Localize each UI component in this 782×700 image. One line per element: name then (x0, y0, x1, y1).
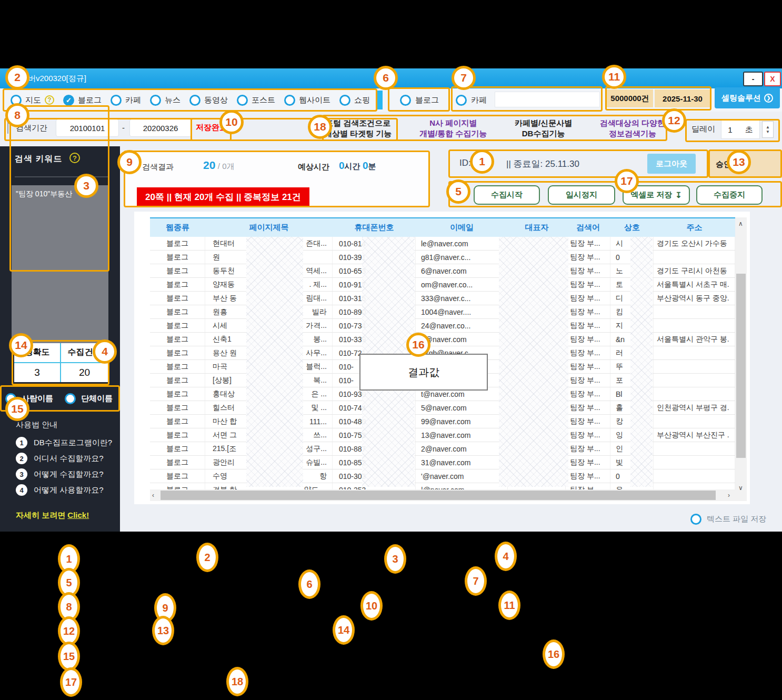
pause-button[interactable]: 일시정지 (548, 185, 615, 205)
cell-keyword: 팀장 부... (566, 469, 610, 483)
end-date-text: || 종료일: 25.11.30 (506, 158, 579, 170)
guide-item[interactable]: 4어떻게 사용할까요? (16, 484, 104, 496)
eta-hours-unit: 시간 (345, 162, 360, 171)
guide-item-label: DB수집프로그램이란? (34, 438, 112, 448)
column-header-페이지제목[interactable]: 페이지제목 (205, 218, 333, 237)
scroll-left-icon[interactable]: ‹ (152, 492, 154, 498)
cafe-secondary-label: 카페 (471, 95, 487, 105)
nav-item-카페[interactable]: 카페 (111, 95, 141, 106)
guide-number-icon: 4 (16, 484, 27, 496)
title-fragment-left: 215.[조 (213, 444, 236, 454)
scroll-down-icon[interactable]: ∨ (738, 485, 743, 491)
radio-icon[interactable] (111, 95, 122, 106)
horizontal-scroll-thumb[interactable] (161, 491, 716, 500)
column-header-상호[interactable]: 상호 (610, 218, 654, 237)
cell-webtype: 블로그 (150, 292, 205, 305)
title-fragment-left: 부산 동 (213, 294, 237, 303)
close-button[interactable]: X (764, 72, 781, 86)
vertical-scrollbar[interactable]: ∧ ∨ (735, 217, 747, 501)
start-collect-button[interactable]: 수집시작 (474, 185, 540, 205)
expiry-date-badge: 2025-11-30 (655, 89, 710, 107)
nav-item-뉴스[interactable]: 뉴스 (150, 95, 181, 106)
guide-item[interactable]: 1DB수집프로그램이란? (16, 437, 112, 448)
column-header-주소[interactable]: 주소 (654, 218, 735, 237)
title-fragment-right: 및 ... (311, 403, 327, 413)
column-header-대표자[interactable]: 대표자 (508, 218, 566, 237)
blog-secondary-radio[interactable]: 블로그 (400, 88, 439, 112)
date-to-input[interactable]: 20200326 (129, 119, 192, 137)
guide-item[interactable]: 2어디서 수집할까요? (16, 453, 104, 464)
nav-item-label: 뉴스 (165, 95, 181, 105)
cell-email: 24@naver.co... (416, 319, 508, 332)
legend-callout-16: 16 (543, 639, 565, 669)
column-header-검색어[interactable]: 검색어 (566, 218, 610, 237)
callout-6: 6 (374, 66, 398, 90)
text-file-save-option[interactable]: 텍스트 파일 저장 (690, 514, 766, 525)
cell-webtype: 블로그 (150, 278, 205, 291)
blog-secondary-label: 블로그 (415, 95, 439, 105)
radio-icon[interactable] (237, 95, 248, 106)
callout-10: 10 (219, 110, 244, 134)
horizontal-scrollbar[interactable]: ‹ › (150, 489, 735, 501)
legend-callout-18: 18 (226, 667, 248, 696)
cell-webtype: 블로그 (150, 305, 205, 318)
radio-icon[interactable] (456, 95, 467, 106)
nav-item-label: 카페 (125, 95, 141, 105)
callout-4: 4 (93, 339, 117, 364)
radio-icon[interactable] (284, 95, 295, 106)
cell-webtype: 블로그 (150, 428, 205, 442)
delay-input[interactable]: 1 초 (721, 120, 760, 139)
column-header-휴대폰번호[interactable]: 휴대폰번호 (333, 218, 416, 237)
cell-webtype: 블로그 (150, 456, 205, 469)
nav-item-포스트[interactable]: 포스트 (237, 95, 275, 106)
logout-button[interactable]: 로그아웃 (647, 154, 696, 174)
cell-keyword: 팀장 부... (566, 442, 610, 455)
vertical-scroll-thumb[interactable] (736, 274, 746, 458)
app-window: 디버v200320[정규] - X 지도?✓블로그카페뉴스동영상포스트웹사이트쇼… (0, 68, 782, 532)
guide-title: 사용법 안내 (16, 420, 57, 430)
nav-item-label: 동영상 (204, 95, 228, 105)
guide-item[interactable]: 3어떻게 수집할까요? (16, 468, 104, 480)
promo-line1: 카페별/신문사별 (515, 118, 572, 128)
org-name-radio[interactable] (65, 393, 76, 404)
column-header-이메일[interactable]: 이메일 (416, 218, 508, 237)
scroll-up-icon[interactable]: ∧ (738, 221, 743, 227)
delay-spinner[interactable]: ▲ ▼ (762, 121, 774, 138)
guide-more-link[interactable]: Click! (67, 511, 89, 519)
stop-collect-button[interactable]: 수집중지 (696, 185, 763, 205)
nav-item-블로그[interactable]: ✓블로그 (63, 95, 102, 106)
radio-icon[interactable] (150, 95, 161, 106)
guide-number-icon: 3 (16, 468, 27, 480)
nav-item-동영상[interactable]: 동영상 (189, 95, 228, 106)
help-icon[interactable]: ? (45, 95, 54, 105)
cafe-secondary-radio[interactable]: 카페 (456, 88, 487, 112)
callout-9: 9 (117, 150, 142, 174)
column-header-웹종류[interactable]: 웹종류 (150, 218, 205, 237)
id-label: ID: (459, 158, 471, 168)
keyword-textarea[interactable]: "팀장 010"부동산 (12, 185, 108, 347)
scroll-right-icon[interactable]: › (728, 492, 730, 498)
promo-line2: DB수집기능 (515, 128, 572, 139)
nav-item-쇼핑[interactable]: 쇼핑 (339, 95, 370, 106)
cell-keyword: 팀장 부... (566, 428, 610, 442)
cell-address (654, 387, 735, 401)
promo-feature: N사 페이지별개별/통합 수집기능 (419, 118, 487, 139)
radio-icon[interactable] (339, 95, 350, 106)
guide-number-icon: 2 (16, 453, 27, 464)
spinner-up-icon[interactable]: ▲ (766, 125, 770, 129)
date-from-input[interactable]: 20100101 (56, 119, 119, 137)
title-fragment-right: 블럭... (306, 362, 327, 372)
text-save-radio[interactable] (690, 514, 701, 525)
title-fragment-right: 빌라 (312, 307, 327, 317)
spinner-down-icon[interactable]: ▼ (766, 129, 770, 134)
radio-icon[interactable] (400, 95, 411, 106)
nav-item-웹사이트[interactable]: 웹사이트 (284, 95, 330, 106)
selling-solution-button[interactable]: 셀링솔루션 ❯ (715, 87, 780, 108)
cell-address: 부산광역시 동구 중앙. (654, 292, 735, 305)
radio-icon[interactable] (189, 95, 200, 106)
help-icon[interactable]: ? (69, 153, 80, 163)
cafe-keyword-input[interactable] (495, 92, 600, 107)
radio-icon[interactable]: ✓ (63, 95, 74, 106)
blur-mask (630, 237, 653, 487)
minimize-button[interactable]: - (743, 72, 763, 86)
